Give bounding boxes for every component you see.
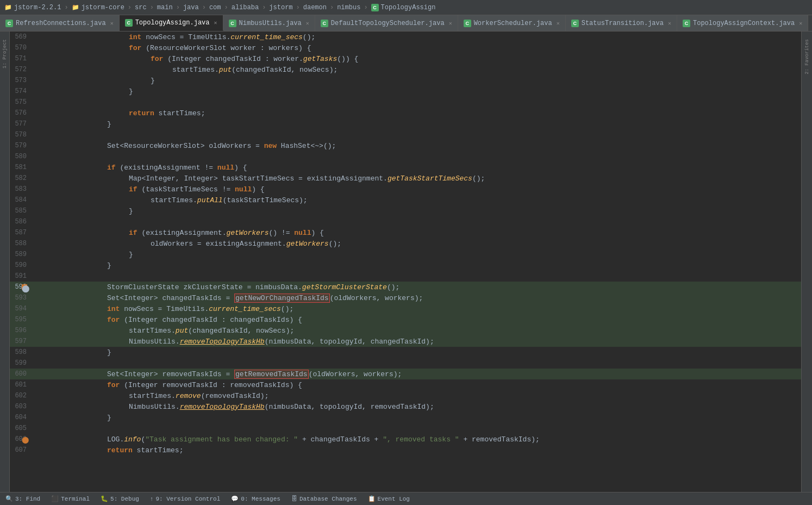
tab-close-refresh[interactable]: ✕ (110, 20, 114, 27)
status-version-control[interactable]: ↑ 9: Version Control (150, 496, 220, 502)
line-574: 574 } (10, 86, 801, 97)
project-icon: 📁 (4, 4, 12, 11)
line-577: 577 } (10, 119, 801, 129)
breadcrumb-com[interactable]: com (209, 4, 221, 11)
left-panel: 1: Project (0, 32, 10, 492)
line-588: 588 oldWorkers = existingAssignment.getW… (10, 238, 801, 249)
messages-label: 0: Messages (241, 496, 280, 502)
line-598: 598 } (10, 347, 801, 358)
status-debug[interactable]: 🐛 5: Debug (101, 495, 139, 502)
breadcrumb-main[interactable]: main (157, 4, 173, 11)
line-599: 599 (10, 358, 801, 369)
line-604: 604 } (10, 412, 801, 423)
status-terminal[interactable]: ⬛ Terminal (51, 495, 90, 502)
favorites-bar: 2: Favorites (801, 32, 812, 492)
line-587: 587 if (existingAssignment.getWorkers() … (10, 227, 801, 238)
project-label[interactable]: 1: Project (2, 39, 8, 68)
tab-nimbus-utils[interactable]: C NimbusUtils.java ✕ (223, 15, 315, 31)
breadcrumb-alibaba[interactable]: alibaba (232, 4, 259, 11)
breakpoint-592: ⬤ (22, 284, 27, 290)
tab-status-transition[interactable]: C StatusTransition.java ✕ (566, 15, 677, 31)
tab-label-context: TopologyAssignContext.java (693, 20, 795, 27)
line-585: 585 } (10, 205, 801, 216)
class-icon: C (371, 4, 379, 11)
tab-close-scheduler[interactable]: ✕ (449, 20, 452, 27)
line-589: 589 } (10, 249, 801, 260)
line-603: 603 NimbusUtils.removeTopologyTaskHb(nim… (10, 401, 801, 412)
tab-icon-scheduler: C (321, 20, 328, 27)
favorites-label[interactable]: 2: Favorites (804, 39, 810, 74)
line-593: 593 Set<Integer> changedTaskIds = getNew… (10, 292, 801, 303)
line-583: 583 if (taskStartTimeSecs != null) { (10, 184, 801, 195)
module-icon: 📁 (72, 4, 79, 11)
line-600: 600 Set<Integer> removedTaskIds = getRem… (10, 369, 801, 379)
debug-icon: 🐛 (101, 495, 108, 502)
tab-topology-context[interactable]: C TopologyAssignContext.java ✕ (677, 15, 808, 31)
breadcrumb-daemon[interactable]: daemon (303, 4, 327, 11)
status-event-log[interactable]: 📋 Event Log (368, 495, 410, 502)
tab-label-refresh: RefreshConnections.java (16, 20, 106, 27)
breadcrumb-src[interactable]: src (135, 4, 147, 11)
breadcrumb-class[interactable]: TopologyAssign (381, 4, 436, 11)
find-label: 3: Find (15, 496, 40, 502)
tab-icon-context: C (683, 20, 690, 27)
tab-close-nimbus[interactable]: ✕ (306, 20, 309, 27)
line-581: 581 if (existingAssignment != null) { (10, 162, 801, 173)
tab-close-topology[interactable]: ✕ (214, 20, 217, 26)
line-584: 584 startTimes.putAll(taskStartTimeSecs)… (10, 195, 801, 205)
breadcrumb-module[interactable]: jstorm-core (82, 4, 124, 11)
line-596: 596 startTimes.put(changedTaskId, nowSec… (10, 325, 801, 336)
line-580: 580 (10, 151, 801, 162)
debug-label: 5: Debug (110, 496, 139, 502)
line-607: 607 return startTimes; (10, 445, 801, 456)
tab-refresh-connections[interactable]: C RefreshConnections.java ✕ (0, 15, 120, 31)
line-601: 601 for (Integer removedTaskId : removed… (10, 379, 801, 390)
line-602: 602 startTimes.remove(removedTaskId); (10, 390, 801, 401)
tab-label-scheduler: DefaultTopologyScheduler.java (331, 20, 445, 27)
breadcrumb-project[interactable]: jstorm-2.2.1 (14, 4, 61, 11)
version-control-label: 9: Version Control (155, 496, 220, 502)
tab-icon-refresh: C (5, 20, 13, 27)
db-icon: 🗄 (291, 495, 297, 502)
breadcrumb-jstorm[interactable]: jstorm (269, 4, 292, 11)
breadcrumb-nimbus[interactable]: nimbus (337, 4, 360, 11)
tab-close-status[interactable]: ✕ (668, 20, 671, 27)
line-597: 597 NimbusUtils.removeTopologyTaskHb(nim… (10, 336, 801, 347)
line-570: 570 for (ResourceWorkerSlot worker : wor… (10, 42, 801, 53)
tab-close-worker[interactable]: ✕ (557, 20, 560, 27)
tab-bar: C RefreshConnections.java ✕ C TopologyAs… (0, 15, 812, 32)
tab-label-worker: WorkerScheduler.java (474, 20, 552, 27)
line-586: 586 (10, 216, 801, 227)
breadcrumb-java[interactable]: java (183, 4, 199, 11)
tab-default-scheduler[interactable]: C DefaultTopologyScheduler.java ✕ (315, 15, 458, 31)
line-590: 590 } (10, 260, 801, 271)
terminal-icon: ⬛ (51, 495, 59, 502)
line-579: 579 Set<ResourceWorkerSlot> oldWorkers =… (10, 140, 801, 151)
status-messages[interactable]: 💬 0: Messages (231, 495, 280, 502)
status-find[interactable]: 🔍 3: Find (5, 495, 40, 502)
breadcrumb-bar: 📁 jstorm-2.2.1 › 📁 jstorm-core › src › m… (0, 0, 812, 15)
tab-icon-worker: C (464, 20, 471, 27)
tab-topology-assign[interactable]: C TopologyAssign.java ✕ (120, 15, 223, 31)
code-editor[interactable]: 569 int nowSecs = TimeUtils.current_time… (10, 32, 801, 492)
breakpoint-606: ⬤ (22, 436, 29, 444)
status-bar: 🔍 3: Find ⬛ Terminal 🐛 5: Debug ↑ 9: Ver… (0, 492, 812, 505)
line-571: 571 for (Integer changedTaskId : worker.… (10, 53, 801, 64)
line-595: 595 for (Integer changedTaskId : changed… (10, 314, 801, 325)
tab-icon-nimbus: C (229, 20, 236, 27)
line-575: 575 (10, 97, 801, 108)
tab-label-topology: TopologyAssign.java (135, 19, 210, 27)
line-606: ⬤ 606 LOG.info("Task assignment has been… (10, 434, 801, 445)
messages-icon: 💬 (231, 495, 239, 502)
version-control-icon: ↑ (150, 496, 154, 502)
status-db-changes[interactable]: 🗄 Database Changes (291, 495, 357, 502)
tab-close-context[interactable]: ✕ (799, 20, 802, 27)
line-582: 582 Map<Integer, Integer> taskStartTimeS… (10, 173, 801, 184)
editor-container: 1: Project 569 int nowSecs = TimeUtils.c… (0, 32, 812, 492)
event-icon: 📋 (368, 495, 376, 502)
line-591: 591 (10, 271, 801, 282)
tab-worker-scheduler[interactable]: C WorkerScheduler.java ✕ (458, 15, 566, 31)
tab-label-nimbus: NimbusUtils.java (239, 20, 302, 27)
db-label: Database Changes (299, 496, 357, 502)
line-605: 605 (10, 423, 801, 434)
